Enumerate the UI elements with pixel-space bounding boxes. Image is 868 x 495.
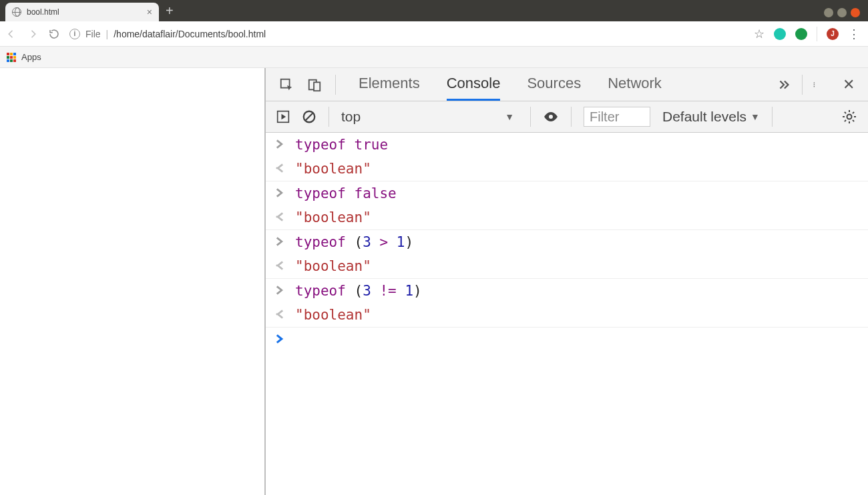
console-output-value: "boolean" bbox=[295, 307, 371, 323]
console-output[interactable]: typeof true "boolean" typeof false "bool… bbox=[266, 133, 868, 495]
toolbar-separator bbox=[817, 27, 817, 41]
console-input-code: typeof false bbox=[295, 185, 397, 201]
filter-input[interactable] bbox=[584, 107, 650, 127]
avatar-letter: J bbox=[831, 30, 835, 37]
extension-icon-green[interactable] bbox=[795, 28, 807, 40]
toolbar-right: ☆ J ⋮ bbox=[754, 27, 863, 41]
devtools-tabs: Elements Console Sources Network bbox=[336, 68, 766, 101]
console-output-row: "boolean" bbox=[266, 254, 868, 278]
output-chevron-icon bbox=[275, 212, 286, 221]
page-viewport bbox=[0, 68, 266, 495]
svg-point-4 bbox=[814, 84, 815, 85]
window-minimize-button[interactable] bbox=[824, 8, 833, 17]
separator bbox=[772, 107, 773, 127]
prompt-chevron-icon bbox=[275, 334, 286, 344]
tab-console[interactable]: Console bbox=[447, 68, 501, 101]
tab-title: bool.html bbox=[27, 7, 142, 17]
console-prompt-row[interactable] bbox=[266, 328, 868, 348]
back-button[interactable] bbox=[5, 28, 17, 40]
console-entry: typeof (3 != 1) "boolean" bbox=[266, 279, 868, 328]
svg-point-5 bbox=[814, 85, 815, 87]
devtools-tabbar: Elements Console Sources Network ✕ bbox=[266, 68, 868, 101]
browser-toolbar: i File | /home/dataflair/Documents/bool.… bbox=[0, 21, 868, 47]
console-input-code: typeof true bbox=[295, 137, 388, 153]
context-label: top bbox=[341, 109, 361, 125]
new-tab-button[interactable]: + bbox=[159, 3, 180, 21]
output-chevron-icon bbox=[275, 261, 286, 270]
svg-rect-2 bbox=[314, 82, 320, 91]
extension-icon-grammarly[interactable] bbox=[774, 28, 786, 40]
bookmarks-bar: Apps bbox=[0, 47, 868, 68]
apps-label[interactable]: Apps bbox=[21, 52, 41, 62]
console-input-code: typeof (3 > 1) bbox=[295, 234, 413, 250]
devtools-close-icon[interactable]: ✕ bbox=[829, 76, 868, 93]
dropdown-icon: ▼ bbox=[750, 111, 760, 122]
devtools-menu-icon[interactable] bbox=[803, 77, 829, 92]
console-output-value: "boolean" bbox=[295, 161, 371, 177]
svg-point-3 bbox=[814, 82, 815, 83]
content-area: Elements Console Sources Network ✕ bbox=[0, 68, 868, 495]
inspect-element-icon[interactable] bbox=[279, 77, 294, 92]
clear-console-icon[interactable] bbox=[302, 109, 316, 124]
globe-icon bbox=[12, 7, 21, 17]
device-toolbar-icon[interactable] bbox=[307, 77, 322, 92]
input-chevron-icon bbox=[275, 139, 286, 149]
forward-button[interactable] bbox=[27, 28, 39, 40]
address-bar[interactable]: i File | /home/dataflair/Documents/bool.… bbox=[69, 29, 744, 39]
apps-icon[interactable] bbox=[7, 53, 16, 62]
svg-point-10 bbox=[847, 115, 852, 119]
console-input-row: typeof false bbox=[266, 181, 868, 205]
tab-sources[interactable]: Sources bbox=[527, 68, 581, 101]
svg-point-12 bbox=[276, 216, 278, 218]
url-path: /home/dataflair/Documents/bool.html bbox=[114, 29, 266, 39]
console-output-row: "boolean" bbox=[266, 303, 868, 327]
execution-context-select[interactable]: top ▼ bbox=[341, 109, 518, 125]
profile-avatar[interactable]: J bbox=[827, 28, 839, 40]
svg-point-11 bbox=[276, 167, 278, 169]
url-separator: | bbox=[106, 29, 109, 39]
tab-strip: bool.html × + bbox=[5, 3, 821, 21]
execution-icon[interactable] bbox=[276, 110, 290, 123]
reload-button[interactable] bbox=[48, 28, 60, 40]
svg-point-9 bbox=[549, 115, 553, 119]
console-toolbar: top ▼ Default levels ▼ bbox=[266, 101, 868, 133]
browser-menu-icon[interactable]: ⋮ bbox=[848, 27, 860, 41]
output-chevron-icon bbox=[275, 310, 286, 319]
input-chevron-icon bbox=[275, 286, 286, 295]
console-output-row: "boolean" bbox=[266, 205, 868, 229]
window-close-button[interactable] bbox=[851, 8, 860, 17]
site-info-icon[interactable]: i bbox=[69, 29, 80, 39]
tab-network[interactable]: Network bbox=[608, 68, 662, 101]
svg-point-14 bbox=[276, 314, 278, 316]
browser-tab[interactable]: bool.html × bbox=[5, 3, 159, 21]
log-level-label: Default levels bbox=[662, 109, 746, 125]
svg-point-13 bbox=[276, 265, 278, 267]
svg-line-8 bbox=[306, 113, 313, 121]
window-maximize-button[interactable] bbox=[837, 8, 847, 17]
console-output-value: "boolean" bbox=[295, 258, 371, 274]
live-expression-icon[interactable] bbox=[543, 109, 559, 125]
dropdown-icon: ▼ bbox=[505, 111, 514, 122]
url-scheme: File bbox=[85, 29, 101, 39]
console-entry: typeof false "boolean" bbox=[266, 181, 868, 230]
log-level-select[interactable]: Default levels ▼ bbox=[662, 109, 760, 125]
output-chevron-icon bbox=[275, 163, 286, 173]
bookmark-star-icon[interactable]: ☆ bbox=[754, 27, 765, 41]
devtools-panel: Elements Console Sources Network ✕ bbox=[266, 68, 868, 495]
console-settings-icon[interactable] bbox=[841, 109, 857, 125]
window-controls bbox=[821, 8, 863, 21]
console-input-row: typeof true bbox=[266, 133, 868, 157]
tab-elements[interactable]: Elements bbox=[359, 68, 420, 101]
tab-close-icon[interactable]: × bbox=[147, 7, 152, 17]
console-input-code: typeof (3 != 1) bbox=[295, 283, 422, 299]
console-input-row: typeof (3 > 1) bbox=[266, 230, 868, 254]
console-input-row: typeof (3 != 1) bbox=[266, 279, 868, 303]
input-chevron-icon bbox=[275, 188, 286, 197]
console-output-value: "boolean" bbox=[295, 209, 371, 225]
separator bbox=[329, 107, 329, 127]
console-entry: typeof (3 > 1) "boolean" bbox=[266, 230, 868, 279]
separator bbox=[571, 107, 572, 127]
separator bbox=[530, 107, 531, 127]
console-entry: typeof true "boolean" bbox=[266, 133, 868, 181]
more-tabs-icon[interactable] bbox=[766, 77, 802, 92]
